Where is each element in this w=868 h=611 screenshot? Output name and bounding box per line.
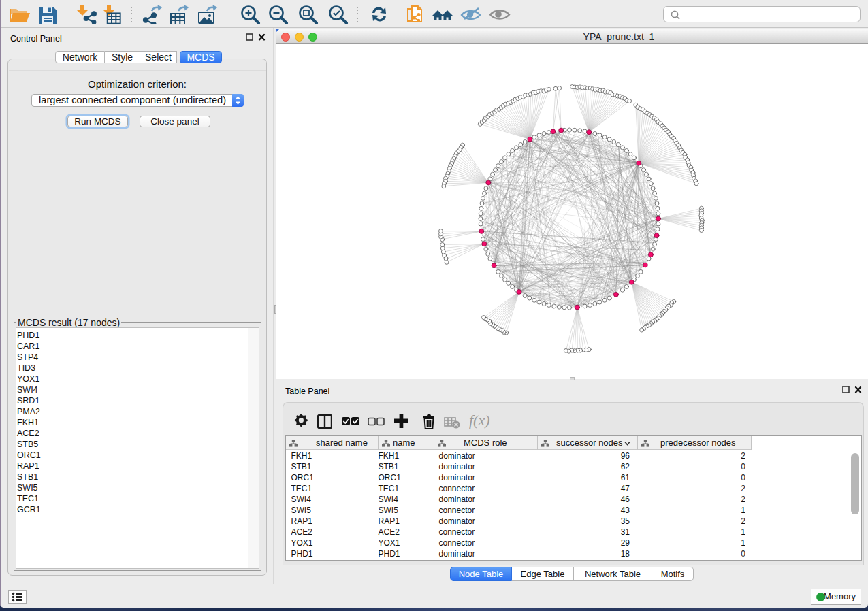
svg-text:f(x): f(x) xyxy=(469,413,490,429)
